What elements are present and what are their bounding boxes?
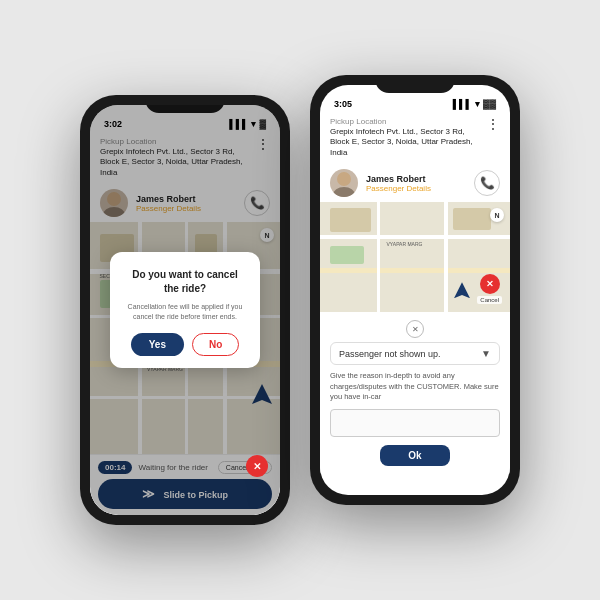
pickup-label-2: Pickup Location (330, 117, 486, 126)
dialog-yes-button[interactable]: Yes (131, 333, 184, 356)
dialog-buttons: Yes No (124, 333, 246, 356)
passenger-name-2: James Robert (366, 174, 466, 184)
screen-2: 3:05 ▌▌▌ ▾ ▓▓ Pickup Location Grepix Inf… (320, 85, 510, 495)
cancel-dialog-overlay: Do you want to cancel the ride? Cancella… (90, 105, 280, 515)
passenger-card-2: James Robert Passenger Details 📞 (320, 164, 510, 202)
svg-point-3 (333, 187, 355, 197)
header-row-2: Pickup Location Grepix Infotech Pvt. Ltd… (330, 117, 500, 158)
call-button-2[interactable]: 📞 (474, 170, 500, 196)
menu-dots-2[interactable]: ⋮ (486, 117, 500, 131)
dismiss-row: ✕ (330, 320, 500, 338)
dialog-subtitle: Cancellation fee will be applied if you … (124, 302, 246, 322)
map-2: VYAPAR MARG N ✕ Cancel (320, 202, 510, 312)
dropdown-arrow-icon: ▼ (481, 348, 491, 359)
ok-button[interactable]: Ok (380, 445, 449, 466)
cancel-x-button-2[interactable]: ✕ (480, 274, 500, 294)
notch-2 (375, 75, 455, 93)
pickup-address-2: Grepix Infotech Pvt. Ltd., Sector 3 Rd, … (330, 127, 486, 158)
passenger-details-2[interactable]: Passenger Details (366, 184, 466, 193)
phone-1: 3:02 ▌▌▌ ▾ ▓ Pickup Location Grepix Info… (80, 95, 290, 525)
phone2-bottom-panel: ✕ Passenger not shown up. ▼ Give the rea… (320, 312, 510, 474)
dialog-no-button[interactable]: No (192, 333, 239, 356)
screen-1: 3:02 ▌▌▌ ▾ ▓ Pickup Location Grepix Info… (90, 105, 280, 515)
wifi-icon-2: ▾ (475, 99, 480, 109)
app-header-2: Pickup Location Grepix Infotech Pvt. Ltd… (320, 113, 510, 164)
status-icons-2: ▌▌▌ ▾ ▓▓ (453, 99, 496, 109)
map-label-2: VYAPAR MARG (387, 241, 423, 247)
scene: 3:02 ▌▌▌ ▾ ▓ Pickup Location Grepix Info… (0, 0, 600, 600)
passenger-not-shown-text: Passenger not shown up. (339, 349, 441, 359)
dialog-title: Do you want to cancel the ride? (124, 268, 246, 296)
cancel-map-label: Cancel (477, 296, 502, 304)
dismiss-button[interactable]: ✕ (406, 320, 424, 338)
give-reason-text: Give the reason in-depth to avoid any ch… (330, 371, 500, 403)
passenger-info-2: James Robert Passenger Details (366, 174, 466, 193)
map-cancel-area: ✕ Cancel (477, 274, 502, 304)
avatar-2 (330, 169, 358, 197)
passenger-not-shown-row[interactable]: Passenger not shown up. ▼ (330, 342, 500, 365)
phone-2: 3:05 ▌▌▌ ▾ ▓▓ Pickup Location Grepix Inf… (310, 75, 520, 505)
cancel-x-button-1[interactable]: ✕ (246, 455, 268, 477)
cancel-dialog: Do you want to cancel the ride? Cancella… (110, 252, 260, 369)
signal-icon-2: ▌▌▌ (453, 99, 472, 109)
header-left-2: Pickup Location Grepix Infotech Pvt. Ltd… (330, 117, 486, 158)
time-2: 3:05 (334, 99, 352, 109)
battery-icon-2: ▓▓ (483, 99, 496, 109)
reason-input[interactable] (330, 409, 500, 437)
svg-point-2 (337, 172, 351, 186)
